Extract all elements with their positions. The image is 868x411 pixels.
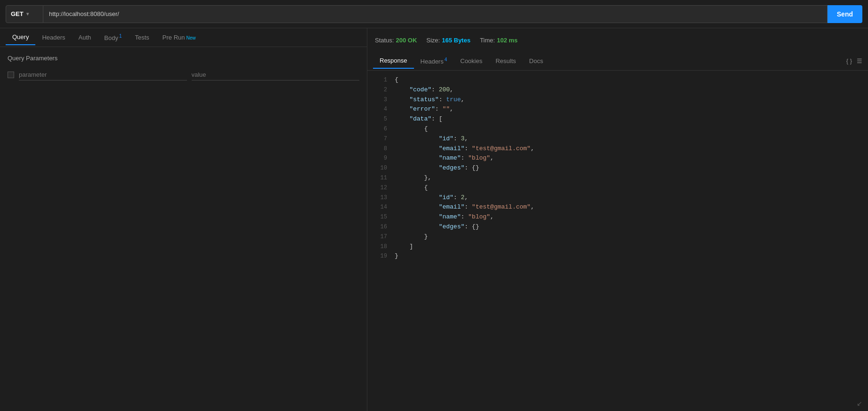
param-name-input[interactable]	[19, 69, 187, 81]
tab-query-label: Query	[12, 33, 29, 40]
line-content: {	[395, 183, 428, 193]
resize-icon: ↙	[857, 400, 862, 407]
code-line: 3 "status": true,	[367, 95, 868, 105]
line-number: 3	[372, 96, 387, 105]
line-number: 16	[372, 223, 387, 232]
tab-docs-label: Docs	[529, 57, 544, 64]
tab-response[interactable]: Response	[373, 53, 414, 69]
tab-cookies[interactable]: Cookies	[454, 54, 489, 68]
line-content: "id": 2,	[395, 193, 468, 203]
send-button[interactable]: Send	[827, 5, 862, 23]
code-line: 10 "edges": {}	[367, 163, 868, 173]
url-input[interactable]	[43, 5, 827, 23]
status-label: Status:	[375, 37, 394, 44]
param-value-input[interactable]	[192, 69, 360, 81]
code-line: 7 "id": 3,	[367, 134, 868, 144]
line-number: 18	[372, 242, 387, 251]
tab-response-label: Response	[380, 57, 407, 64]
line-content: "email": "test@gmail.com",	[395, 202, 534, 212]
line-number: 2	[372, 86, 387, 95]
line-content: ]	[395, 242, 413, 252]
line-content: "id": 3,	[395, 134, 468, 144]
line-number: 4	[372, 105, 387, 114]
code-line: 6 {	[367, 124, 868, 134]
status-item: Status: 200 OK	[375, 37, 417, 44]
line-number: 1	[372, 76, 387, 85]
code-line: 11 },	[367, 173, 868, 183]
line-content: {	[395, 75, 398, 85]
line-number: 17	[372, 233, 387, 242]
menu-icon[interactable]: ☰	[857, 57, 862, 64]
status-bar: Status: 200 OK Size: 165 Bytes Time: 102…	[367, 28, 868, 52]
line-content: "error": "",	[395, 105, 454, 114]
code-line: 8 "email": "test@gmail.com",	[367, 144, 868, 154]
time-label: Time:	[480, 37, 495, 44]
tab-headers-response-label: Headers	[421, 58, 444, 65]
size-label: Size:	[426, 37, 440, 44]
size-item: Size: 165 Bytes	[426, 37, 471, 44]
main-layout: Query Headers Auth Body1 Tests Pre RunNe…	[0, 28, 868, 411]
method-select[interactable]: GET ▾	[6, 5, 43, 23]
param-checkbox[interactable]	[8, 72, 14, 78]
code-line: 1{	[367, 75, 868, 85]
param-row	[8, 69, 359, 81]
status-value: 200 OK	[396, 37, 417, 44]
time-item: Time: 102 ms	[480, 37, 518, 44]
chevron-down-icon: ▾	[26, 11, 29, 16]
line-number: 8	[372, 145, 387, 153]
line-content: "edges": {}	[395, 163, 479, 173]
tab-results[interactable]: Results	[489, 54, 522, 68]
line-content: "data": [	[395, 114, 442, 124]
tab-headers-response[interactable]: Headers4	[414, 53, 454, 69]
tab-tests-label: Tests	[135, 34, 149, 41]
line-content: "email": "test@gmail.com",	[395, 144, 534, 154]
tab-cookies-label: Cookies	[460, 57, 482, 64]
code-line: 15 "name": "blog",	[367, 212, 868, 222]
top-bar: GET ▾ Send	[0, 0, 868, 28]
time-value: 102 ms	[497, 37, 518, 44]
left-tabs: Query Headers Auth Body1 Tests Pre RunNe…	[0, 28, 367, 47]
code-line: 12 {	[367, 183, 868, 193]
line-number: 5	[372, 115, 387, 124]
tab-headers[interactable]: Headers	[35, 30, 72, 45]
line-number: 11	[372, 174, 387, 183]
tab-query[interactable]: Query	[6, 30, 35, 45]
line-number: 9	[372, 154, 387, 163]
line-content: "name": "blog",	[395, 153, 494, 163]
line-number: 14	[372, 203, 387, 212]
size-value: 165 Bytes	[442, 37, 471, 44]
response-tabs: Response Headers4 Cookies Results Docs {…	[367, 52, 868, 71]
code-line: 16 "edges": {}	[367, 222, 868, 232]
tab-body[interactable]: Body1	[97, 30, 128, 45]
line-number: 6	[372, 125, 387, 134]
tab-prerun[interactable]: Pre RunNew	[156, 30, 203, 45]
line-number: 19	[372, 252, 387, 261]
line-number: 15	[372, 213, 387, 222]
tab-body-label: Body	[104, 34, 118, 41]
tab-tests[interactable]: Tests	[129, 30, 156, 45]
line-number: 12	[372, 184, 387, 193]
line-number: 10	[372, 164, 387, 173]
left-panel: Query Headers Auth Body1 Tests Pre RunNe…	[0, 28, 367, 411]
tab-headers-label: Headers	[42, 34, 65, 41]
braces-icon[interactable]: { }	[846, 57, 852, 64]
query-content: Query Parameters	[0, 47, 367, 411]
bottom-right: ↙	[367, 396, 868, 411]
tab-results-label: Results	[495, 57, 516, 64]
tab-docs[interactable]: Docs	[523, 54, 550, 68]
line-number: 13	[372, 193, 387, 202]
method-label: GET	[11, 10, 24, 17]
code-line: 18 ]	[367, 242, 868, 252]
line-content: "name": "blog",	[395, 212, 494, 222]
tab-prerun-label: Pre Run	[162, 34, 185, 41]
code-line: 4 "error": "",	[367, 105, 868, 114]
right-panel: Status: 200 OK Size: 165 Bytes Time: 102…	[367, 28, 868, 411]
line-content: "status": true,	[395, 95, 464, 105]
section-title: Query Parameters	[8, 55, 359, 62]
tab-auth[interactable]: Auth	[72, 30, 98, 45]
code-line: 17 }	[367, 232, 868, 242]
code-line: 13 "id": 2,	[367, 193, 868, 203]
line-content: },	[395, 173, 431, 183]
code-line: 14 "email": "test@gmail.com",	[367, 202, 868, 212]
code-line: 5 "data": [	[367, 114, 868, 124]
